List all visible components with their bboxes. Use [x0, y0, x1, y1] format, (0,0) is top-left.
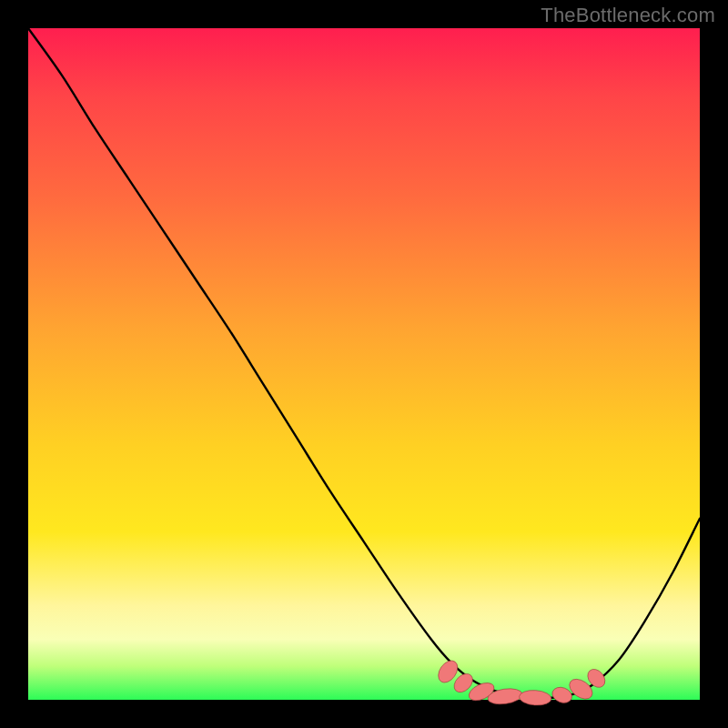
watermark-text: TheBottleneck.com [541, 4, 715, 27]
chart-frame: TheBottleneck.com [0, 0, 728, 728]
bottleneck-curve [28, 28, 700, 698]
curve-layer [28, 28, 700, 700]
marker-layer [434, 657, 608, 706]
plot-area [28, 28, 700, 700]
trough-marker [519, 689, 551, 706]
